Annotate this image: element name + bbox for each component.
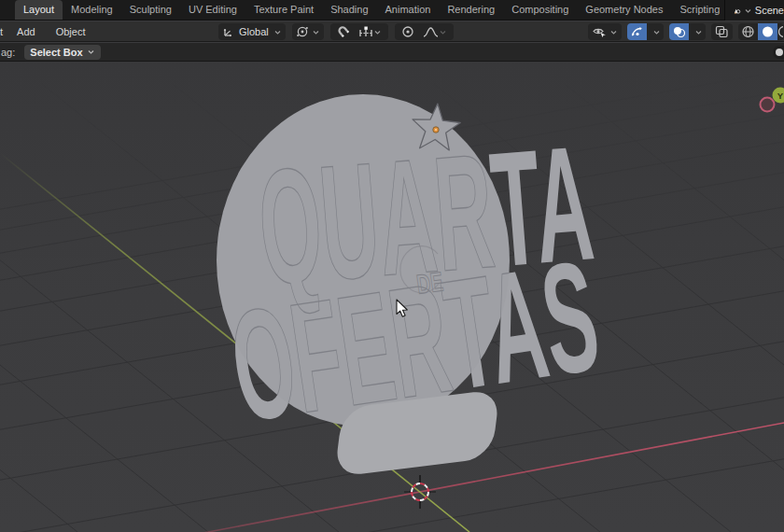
show-overlays-toggle[interactable]: [669, 23, 689, 40]
tab-layout[interactable]: Layout: [15, 0, 63, 20]
transform-orientation-dropdown[interactable]: Global: [218, 23, 286, 40]
xray-toggle-icon: [715, 25, 729, 38]
tab-modeling[interactable]: Modeling: [63, 0, 121, 20]
object-origin-dot-core: [435, 129, 437, 131]
tab-compositing[interactable]: Compositing: [503, 0, 577, 20]
logo-middle-word-engraved: DE: [414, 266, 444, 300]
scene-name: Scene: [755, 5, 784, 16]
menu-object[interactable]: Object: [46, 26, 96, 37]
topbar: Layout Modeling Sculpting UV Editing Tex…: [0, 0, 784, 21]
show-gizmo-toggle[interactable]: [627, 23, 647, 40]
chevron-down-icon: [273, 28, 282, 36]
chevron-down-icon: [87, 48, 95, 56]
viewport-3d[interactable]: QUARTA OFERTAS QUARTA OFERTAS DE: [0, 0, 784, 532]
shading-mode-group: [738, 23, 784, 40]
xray-toggle-button[interactable]: [711, 23, 733, 40]
transform-orientation-value: Global: [237, 26, 271, 37]
gizmo-axis-y-label: Y: [777, 91, 784, 101]
wireframe-shading-icon: [741, 25, 755, 38]
transform-orientation-icon: [222, 26, 234, 38]
overlays-dropdown[interactable]: [692, 23, 706, 40]
falloff-curve-icon: [423, 26, 439, 38]
drag-label: ag:: [0, 47, 15, 58]
shading-solid-button[interactable]: [758, 23, 777, 40]
chevron-down-icon: [694, 28, 703, 36]
snap-target-icon: [358, 26, 373, 38]
menu-select-partial[interactable]: t: [0, 26, 7, 37]
tab-geometry-nodes[interactable]: Geometry Nodes: [577, 0, 671, 20]
material-shading-icon: [778, 25, 783, 38]
proportional-editing-toggle[interactable]: [399, 23, 417, 40]
select-mode-dropdown[interactable]: Select Box: [24, 45, 100, 60]
chevron-down-icon: [439, 28, 447, 36]
viewport-display-tools: [588, 23, 784, 40]
chevron-down-icon: [744, 7, 752, 15]
visibility-eye-icon: [592, 26, 607, 38]
overlays-controls: [669, 23, 706, 40]
transform-tools: Global: [218, 23, 454, 40]
viewport-header: t Add Object Global: [0, 21, 784, 42]
snap-toggle-button[interactable]: [334, 23, 353, 40]
snap-target-dropdown[interactable]: [356, 23, 385, 40]
sphere-preview-icon: [776, 49, 783, 56]
snap-magnet-icon: [337, 25, 350, 38]
tool-settings-bar: ag: Select Box: [0, 43, 784, 62]
overlays-icon: [672, 25, 686, 38]
object-types-visibility-dropdown[interactable]: [588, 23, 622, 40]
proportional-editing-controls: [395, 23, 454, 40]
viewport-menus: t Add Object: [0, 21, 95, 42]
falloff-dropdown[interactable]: [420, 23, 450, 40]
tab-scripting[interactable]: Scripting: [671, 0, 728, 20]
tab-animation[interactable]: Animation: [377, 0, 440, 20]
pivot-point-icon: [296, 25, 309, 38]
menu-add[interactable]: Add: [7, 26, 46, 37]
shading-material-button[interactable]: [777, 23, 784, 40]
scene-selector[interactable]: Scene: [724, 0, 784, 21]
gizmo-dropdown[interactable]: [650, 23, 664, 40]
tab-texture-paint[interactable]: Texture Paint: [245, 0, 322, 20]
proportional-editing-icon: [401, 25, 414, 38]
blender-scene-icon: [733, 4, 741, 18]
shading-wireframe-button[interactable]: [738, 23, 758, 40]
select-mode-value: Select Box: [30, 47, 82, 58]
gizmo-icon: [630, 25, 644, 38]
workspace-tabs: Layout Modeling Sculpting UV Editing Tex…: [0, 0, 750, 20]
tab-uv-editing[interactable]: UV Editing: [180, 0, 245, 20]
pivot-point-dropdown[interactable]: [292, 23, 324, 40]
edge-partial-button[interactable]: [773, 46, 784, 59]
tab-sculpting[interactable]: Sculpting: [121, 0, 180, 20]
tab-rendering[interactable]: Rendering: [439, 0, 503, 20]
gizmos-controls: [627, 23, 664, 40]
gizmo-axis-x-negative[interactable]: [761, 98, 775, 112]
chevron-down-icon: [609, 28, 618, 36]
tab-shading[interactable]: Shading: [322, 0, 376, 20]
chevron-down-icon: [312, 28, 320, 36]
chevron-down-icon: [652, 28, 661, 36]
chevron-down-icon: [373, 28, 382, 36]
snapping-controls: [330, 23, 388, 40]
solid-shading-icon: [761, 25, 775, 38]
blender-window: QUARTA OFERTAS QUARTA OFERTAS DE: [0, 0, 784, 532]
